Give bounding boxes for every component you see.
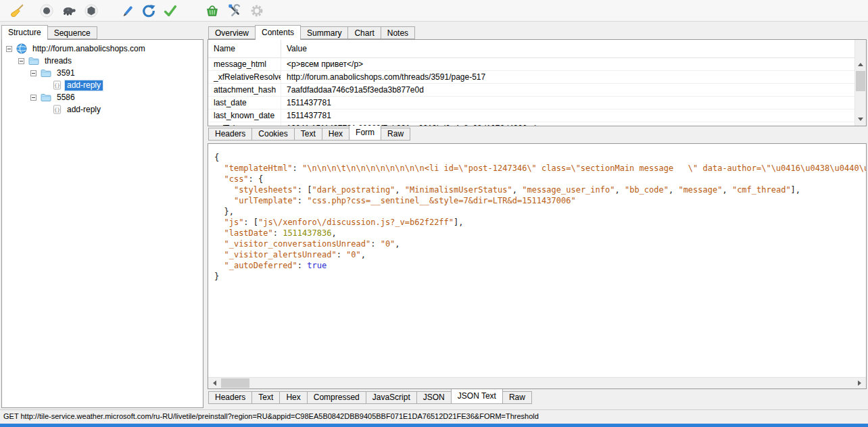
chevron-right-icon xyxy=(858,380,861,386)
tree-item-5586[interactable]: 5586 xyxy=(2,91,203,103)
chevron-down-icon xyxy=(858,118,863,121)
settings-wrench-icon[interactable] xyxy=(227,3,242,18)
chevron-up-icon xyxy=(858,63,863,66)
tree-collapse-expander-icon[interactable] xyxy=(18,58,24,64)
code-line: "urlTemplate": "css.php?css=__sentinel__… xyxy=(214,195,866,206)
request-tab-raw[interactable]: Raw xyxy=(381,128,410,141)
scroll-right-button[interactable] xyxy=(854,378,865,388)
form-row-xfrelativeresolver[interactable]: _xfRelativeResolverhttp://forum.anabolic… xyxy=(208,71,854,84)
form-param-value: <p>всем привет</p> xyxy=(281,58,854,70)
form-param-name: attachment_hash xyxy=(208,84,281,96)
tools-basket-icon[interactable] xyxy=(205,3,220,18)
contents-tab-overview[interactable]: Overview xyxy=(208,26,256,39)
form-row-message-html[interactable]: message_html<p>всем привет</p> xyxy=(208,58,854,71)
request-tab-headers[interactable]: Headers xyxy=(208,128,252,141)
form-row-attachment-hash[interactable]: attachment_hash7aafdfaddaa746c91a5f3eda3… xyxy=(208,84,854,97)
code-line: { xyxy=(214,152,866,163)
response-tab-javascript[interactable]: JavaScript xyxy=(366,391,417,404)
json-text-view: { "templateHtml": "\n\n\n\t\n\n\n\n\n\n\… xyxy=(208,144,866,377)
record-icon[interactable] xyxy=(39,3,54,18)
form-param-name: message_html xyxy=(208,58,281,70)
breakpoints-hexagon-icon[interactable] xyxy=(84,3,99,18)
scroll-left-button[interactable] xyxy=(209,378,220,388)
contents-tab-summary[interactable]: Summary xyxy=(300,26,348,39)
contents-tab-notes[interactable]: Notes xyxy=(381,26,415,39)
request-tab-cookies[interactable]: Cookies xyxy=(251,128,294,141)
code-line: "_visitor_conversationsUnread": "0", xyxy=(214,238,866,249)
response-tab-json[interactable]: JSON xyxy=(416,391,452,404)
tree-item-label: 5586 xyxy=(55,93,77,103)
gear-icon[interactable] xyxy=(249,3,264,18)
form-table: Name Value message_html<p>всем привет</p… xyxy=(208,40,854,126)
clear-broom-icon[interactable] xyxy=(9,3,24,18)
validate-check-icon[interactable] xyxy=(163,3,178,18)
left-tab-sequence[interactable]: Sequence xyxy=(47,26,97,39)
tree-item-3591[interactable]: 3591 xyxy=(2,67,203,79)
response-tab-compressed[interactable]: Compressed xyxy=(307,391,366,404)
code-line: "templateHtml": "\n\n\n\t\n\n\n\n\n\n\n\… xyxy=(214,163,866,174)
request-tab-hex[interactable]: Hex xyxy=(322,128,349,141)
response-tab-headers[interactable]: Headers xyxy=(208,391,252,404)
scrollbar-thumb[interactable] xyxy=(221,378,249,388)
code-line: "stylesheets": ["dark_postrating", "Mini… xyxy=(214,184,866,195)
code-line: "lastDate": 1511437836, xyxy=(214,228,866,238)
tree-collapse-expander-icon[interactable] xyxy=(6,46,12,52)
chevron-left-icon xyxy=(213,380,216,386)
code-line: "_visitor_alertsUnread": "0", xyxy=(214,249,866,260)
status-request-url: GET http://tile-service.weather.microsof… xyxy=(3,412,539,420)
folder-icon xyxy=(41,68,51,78)
form-table-header: Name Value xyxy=(208,40,854,58)
code-line: "js": ["js\/xenforo\/discussion.js?_v=b6… xyxy=(214,217,866,228)
contents-tab-contents[interactable]: Contents xyxy=(255,25,301,40)
code-line: "css": { xyxy=(214,174,866,184)
folder-icon xyxy=(41,93,51,102)
form-param-value: 7aafdfaddaa746c91a5f3eda3b877e0d xyxy=(281,84,854,96)
doc-icon: {} xyxy=(53,80,62,90)
response-tab-hex[interactable]: Hex xyxy=(279,391,307,404)
tree-item-threads[interactable]: threads xyxy=(2,55,203,67)
svg-text:{}: {} xyxy=(54,82,60,89)
form-param-value: 1511437781 xyxy=(281,109,854,122)
tree-item-label: add-reply xyxy=(65,80,103,91)
request-panel: Name Value message_html<p>всем привет</p… xyxy=(208,39,867,126)
form-param-name: _xfRelativeResolver xyxy=(208,71,281,83)
throttling-turtle-icon[interactable] xyxy=(62,3,76,18)
form-param-name: last_date xyxy=(208,97,281,109)
tree-item-label: 3591 xyxy=(55,68,77,78)
request-view-tab-bar: HeadersCookiesTextHexFormRaw xyxy=(208,126,410,141)
compose-pen-icon[interactable] xyxy=(120,3,135,18)
response-tab-raw[interactable]: Raw xyxy=(502,391,532,404)
tree-collapse-expander-icon[interactable] xyxy=(30,95,37,101)
tree-item-add-reply[interactable]: {}add-reply xyxy=(2,103,203,116)
globe-icon xyxy=(16,43,27,54)
code-line: "_autoDeferred": true xyxy=(214,260,866,271)
column-header-name: Name xyxy=(208,40,281,57)
request-table-scrollbar[interactable] xyxy=(854,40,866,126)
request-tab-text[interactable]: Text xyxy=(294,128,322,141)
form-row-last-known-date[interactable]: last_known_date1511437781 xyxy=(208,109,854,122)
response-tab-json-text[interactable]: JSON Text xyxy=(451,389,503,404)
request-tab-form[interactable]: Form xyxy=(349,126,381,141)
contents-tab-chart[interactable]: Chart xyxy=(347,26,381,39)
bottom-accent-strip xyxy=(0,424,868,427)
scroll-down-button[interactable] xyxy=(855,114,866,125)
svg-text:{}: {} xyxy=(54,107,60,113)
left-tab-structure[interactable]: Structure xyxy=(1,25,48,40)
column-header-value: Value xyxy=(281,40,854,57)
contents-tab-bar: OverviewContentsSummaryChartNotes xyxy=(208,25,414,39)
tree-collapse-expander-icon[interactable] xyxy=(30,70,37,76)
left-tab-bar: StructureSequence xyxy=(1,25,97,39)
form-row-xftoken[interactable]: _xfToken10641,1511437781,22083f7eb301ca0… xyxy=(208,122,854,126)
response-horizontal-scrollbar[interactable] xyxy=(208,377,866,388)
response-panel: { "templateHtml": "\n\n\n\t\n\n\n\n\n\n\… xyxy=(208,143,867,389)
tree-item-http-forum-anabolicshops-com[interactable]: http://forum.anabolicshops.com xyxy=(2,43,203,55)
response-tab-text[interactable]: Text xyxy=(251,391,280,404)
repeat-refresh-icon[interactable] xyxy=(141,3,156,18)
scroll-up-button[interactable] xyxy=(855,59,866,70)
form-row-last-date[interactable]: last_date1511437781 xyxy=(208,97,854,109)
tree-item-label: http://forum.anabolicshops.com xyxy=(30,44,147,54)
tree-item-add-reply[interactable]: {}add-reply xyxy=(2,79,203,91)
folder-icon xyxy=(28,56,39,66)
doc-icon: {} xyxy=(53,105,62,114)
scrollbar-thumb[interactable] xyxy=(856,71,865,91)
